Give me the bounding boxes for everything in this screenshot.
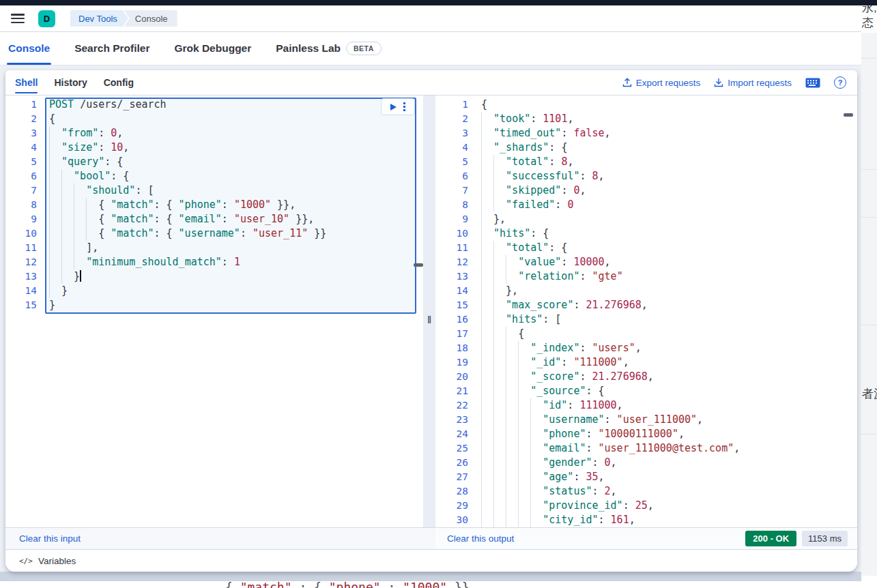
resizer-handle-icon: ‖ [427, 314, 431, 527]
tab-painless-lab[interactable]: Painless Lab BETA [274, 32, 383, 65]
output-code: {"took": 1101,"timed_out": false,"_shard… [481, 98, 740, 527]
tab-history[interactable]: History [54, 70, 87, 95]
code-line: "max_score": 21.276968, [481, 298, 740, 312]
console-split: 123456789101112131415 POST /users/_searc… [5, 95, 857, 527]
code-line: }, [481, 284, 740, 298]
line-number: 23 [435, 413, 468, 427]
background-text-fragment: 态 [862, 16, 874, 30]
code-line: "_source": { [481, 384, 740, 398]
line-number: 14 [5, 284, 37, 298]
import-icon [714, 78, 723, 87]
tab-console[interactable]: Console [7, 32, 51, 65]
code-line: "username": "user_111000", [481, 413, 740, 427]
editor-scrollbar-thumb[interactable] [414, 263, 423, 267]
code-line: "total": 8, [481, 155, 740, 169]
line-number: 14 [435, 284, 468, 298]
space-avatar[interactable]: D [38, 10, 55, 27]
code-line: "failed": 0 [481, 198, 740, 212]
tab-grok-debugger[interactable]: Grok Debugger [173, 32, 253, 65]
menu-icon[interactable] [11, 14, 25, 23]
line-number: 6 [5, 169, 37, 183]
time-badge: 1153 ms [802, 531, 848, 546]
line-number: 20 [435, 370, 468, 384]
input-line-numbers: 123456789101112131415 [5, 98, 44, 312]
line-number: 21 [435, 384, 468, 398]
code-line: { [481, 98, 740, 112]
tab-painless-lab-label: Painless Lab [276, 42, 341, 55]
kibana-dev-tools-page: { "match" : { "phone" : "1000" }}, 永,态者沙… [0, 0, 877, 588]
line-number: 15 [435, 298, 468, 312]
line-number: 1 [5, 98, 37, 112]
code-line: "total": { [481, 241, 740, 255]
import-label: Import requests [728, 78, 792, 88]
help-icon[interactable]: ? [834, 76, 846, 89]
code-line: { [481, 327, 740, 341]
code-line: "successful": 8, [481, 169, 740, 183]
clear-output-link[interactable]: Clear this output [447, 533, 514, 544]
line-number: 11 [435, 241, 468, 255]
line-number: 19 [435, 355, 468, 370]
line-number: 8 [5, 198, 37, 212]
kibana-header: D Dev Tools Console [0, 5, 861, 32]
import-requests-button[interactable]: Import requests [714, 78, 792, 88]
line-number: 26 [435, 456, 468, 470]
code-line: "hits": [ [481, 312, 740, 327]
response-output[interactable]: 1234567891011121314151617181920212223242… [435, 95, 857, 527]
line-number: 30 [435, 513, 468, 527]
tab-shell[interactable]: Shell [15, 70, 38, 95]
background-page-right-sliver: 永,态者沙 [861, 5, 877, 576]
code-line: { "match": { "username": "user_11" }} [49, 226, 326, 241]
send-request-button[interactable] [390, 104, 397, 111]
line-number: 2 [5, 112, 37, 126]
line-number: 3 [435, 126, 468, 141]
code-line: "should": [ [49, 183, 326, 198]
line-number: 27 [435, 470, 468, 484]
variables-bar[interactable]: </> Variables [5, 549, 857, 572]
code-line: }, [481, 212, 740, 226]
panel-resizer[interactable]: ‖ [423, 95, 435, 527]
breadcrumb-dev-tools[interactable]: Dev Tools [70, 10, 128, 27]
request-editor[interactable]: 123456789101112131415 POST /users/_searc… [5, 95, 423, 527]
code-line: "age": 35, [481, 470, 740, 484]
console-footers: Clear this input Clear this output 200 -… [5, 527, 857, 549]
code-line: } [49, 269, 326, 284]
code-line: { "match": { "phone": "1000" }}, [49, 198, 326, 212]
keyboard-shortcuts-icon[interactable] [805, 78, 820, 88]
code-line: "query": { [49, 155, 326, 169]
code-line: "size": 10, [49, 141, 326, 155]
request-options-icon[interactable] [403, 102, 405, 111]
line-number: 10 [5, 226, 37, 241]
code-line: "_shards": { [481, 141, 740, 155]
line-number: 6 [435, 169, 468, 183]
clear-input-link[interactable]: Clear this input [19, 533, 81, 544]
code-line: "from": 0, [49, 126, 326, 141]
line-number: 8 [435, 198, 468, 212]
line-number: 11 [5, 241, 37, 255]
code-line: "_index": "users", [481, 341, 740, 355]
code-line: { "match": { "email": "user_10" }}, [49, 212, 326, 226]
code-line: "_score": 21.276968, [481, 370, 740, 384]
line-number: 25 [435, 441, 468, 456]
output-scrollbar-thumb[interactable] [844, 113, 853, 117]
line-number: 2 [435, 112, 468, 126]
line-number: 29 [435, 499, 468, 513]
code-line: "id": 111000, [481, 398, 740, 413]
code-line: "relation": "gte" [481, 269, 740, 284]
line-number: 17 [435, 327, 468, 341]
request-actions [381, 98, 415, 115]
line-number: 13 [435, 269, 468, 284]
code-line: "email": "user_111000@test.com", [481, 441, 740, 456]
browser-top-strip [0, 0, 877, 5]
code-line: "city_id": 161, [481, 513, 740, 527]
code-line: "status": 2, [481, 484, 740, 499]
tab-config[interactable]: Config [104, 70, 134, 95]
line-number: 3 [5, 126, 37, 141]
code-icon: </> [19, 557, 33, 565]
input-code[interactable]: POST /users/_search{"from": 0,"size": 10… [49, 98, 326, 312]
line-number: 18 [435, 341, 468, 355]
status-badge: 200 - OK [745, 531, 796, 546]
tab-search-profiler[interactable]: Search Profiler [73, 32, 151, 65]
code-line: POST /users/_search [49, 98, 326, 112]
export-requests-button[interactable]: Export requests [622, 78, 701, 88]
line-number: 15 [5, 298, 37, 312]
